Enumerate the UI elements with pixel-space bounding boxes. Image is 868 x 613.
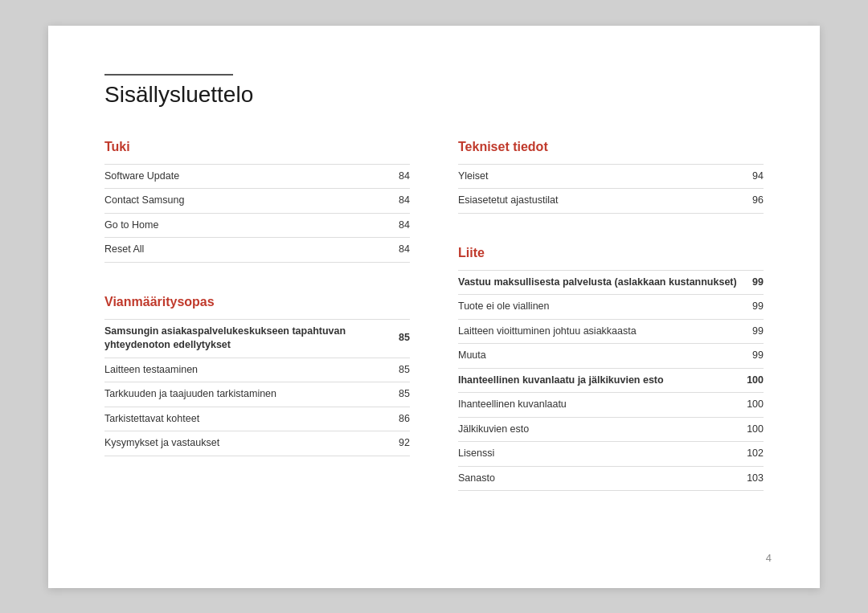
section-tuki: Tuki Software Update84Contact Samsung84G… <box>104 140 410 263</box>
row-label: Laitteen testaaminen <box>104 358 391 382</box>
row-page: 100 <box>739 393 764 418</box>
row-label: Tarkkuuden ja taajuuden tarkistaminen <box>104 382 391 407</box>
table-row: Software Update84 <box>104 164 410 189</box>
row-label: Sanasto <box>458 466 739 491</box>
row-label: Jälkikuvien esto <box>458 417 739 442</box>
row-label: Muuta <box>458 344 739 369</box>
page: Sisällysluettelo Tuki Software Update84C… <box>48 26 820 588</box>
left-column: Tuki Software Update84Contact Samsung84G… <box>104 140 410 524</box>
row-page: 84 <box>350 213 410 238</box>
table-row: Tarkkuuden ja taajuuden tarkistaminen85 <box>104 382 410 407</box>
table-row: Jälkikuvien esto100 <box>458 417 764 442</box>
section-tekniset: Tekniset tiedot Yleiset94Esiasetetut aja… <box>458 140 764 214</box>
row-label: Esiasetetut ajastustilat <box>458 189 714 214</box>
table-row: Go to Home84 <box>104 213 410 238</box>
page-number: 4 <box>766 552 772 564</box>
section-heading-liite: Liite <box>458 246 764 260</box>
title-bar <box>104 74 233 76</box>
section-heading-vianmaaritys: Vianmääritysopas <box>104 295 410 309</box>
row-page: 85 <box>391 358 410 382</box>
right-column: Tekniset tiedot Yleiset94Esiasetetut aja… <box>458 140 764 524</box>
row-label: Kysymykset ja vastaukset <box>104 431 391 456</box>
table-row: Kysymykset ja vastaukset92 <box>104 431 410 456</box>
row-label: Samsungin asiakaspalvelukeskukseen tapah… <box>104 319 391 358</box>
row-page: 84 <box>350 189 410 214</box>
table-row: Laitteen vioittuminen johtuu asiakkaasta… <box>458 319 764 344</box>
table-row: Laitteen testaaminen85 <box>104 358 410 382</box>
table-row: Esiasetetut ajastustilat96 <box>458 189 764 214</box>
row-page: 92 <box>391 431 410 456</box>
table-row: Tarkistettavat kohteet86 <box>104 407 410 431</box>
row-page: 96 <box>714 189 764 214</box>
row-label: Lisenssi <box>458 442 739 467</box>
row-label: Reset All <box>104 238 350 263</box>
section-heading-tuki: Tuki <box>104 140 410 154</box>
row-label: Tarkistettavat kohteet <box>104 407 391 431</box>
row-page: 100 <box>739 417 764 442</box>
table-row: Vastuu maksullisesta palvelusta (aslakka… <box>458 270 764 295</box>
row-page: 103 <box>739 466 764 491</box>
table-row: Yleiset94 <box>458 164 764 189</box>
section-vianmaaritys: Vianmääritysopas Samsungin asiakaspalvel… <box>104 295 410 456</box>
section-liite: Liite Vastuu maksullisesta palvelusta (a… <box>458 246 764 492</box>
toc-table-tuki: Software Update84Contact Samsung84Go to … <box>104 164 410 263</box>
row-page: 86 <box>391 407 410 431</box>
table-row: Tuote ei ole viallinen99 <box>458 295 764 320</box>
table-row: Samsungin asiakaspalvelukeskukseen tapah… <box>104 319 410 358</box>
row-page: 85 <box>391 382 410 407</box>
row-label: Tuote ei ole viallinen <box>458 295 739 320</box>
row-label: Go to Home <box>104 213 350 238</box>
row-label: Yleiset <box>458 164 714 189</box>
row-label: Contact Samsung <box>104 189 350 214</box>
table-row: Ihanteellinen kuvanlaatu ja jälkikuvien … <box>458 368 764 393</box>
table-row: Lisenssi102 <box>458 442 764 467</box>
content-grid: Tuki Software Update84Contact Samsung84G… <box>104 140 764 524</box>
row-page: 100 <box>739 368 764 393</box>
table-row: Sanasto103 <box>458 466 764 491</box>
row-label: Software Update <box>104 164 350 189</box>
row-label: Vastuu maksullisesta palvelusta (aslakka… <box>458 270 739 295</box>
table-row: Reset All84 <box>104 238 410 263</box>
row-page: 99 <box>739 319 764 344</box>
toc-table-liite: Vastuu maksullisesta palvelusta (aslakka… <box>458 270 764 492</box>
row-page: 84 <box>350 238 410 263</box>
row-label: Ihanteellinen kuvanlaatu <box>458 393 739 418</box>
row-page: 85 <box>391 319 410 358</box>
row-page: 99 <box>739 295 764 320</box>
table-row: Contact Samsung84 <box>104 189 410 214</box>
table-row: Muuta99 <box>458 344 764 369</box>
row-page: 99 <box>739 270 764 295</box>
page-title: Sisällysluettelo <box>104 82 764 108</box>
row-page: 94 <box>714 164 764 189</box>
row-page: 84 <box>350 164 410 189</box>
row-label: Laitteen vioittuminen johtuu asiakkaasta <box>458 319 739 344</box>
row-page: 99 <box>739 344 764 369</box>
row-page: 102 <box>739 442 764 467</box>
row-label: Ihanteellinen kuvanlaatu ja jälkikuvien … <box>458 368 739 393</box>
toc-table-tekniset: Yleiset94Esiasetetut ajastustilat96 <box>458 164 764 214</box>
section-heading-tekniset: Tekniset tiedot <box>458 140 764 154</box>
table-row: Ihanteellinen kuvanlaatu100 <box>458 393 764 418</box>
toc-table-vianmaaritys: Samsungin asiakaspalvelukeskukseen tapah… <box>104 319 410 456</box>
